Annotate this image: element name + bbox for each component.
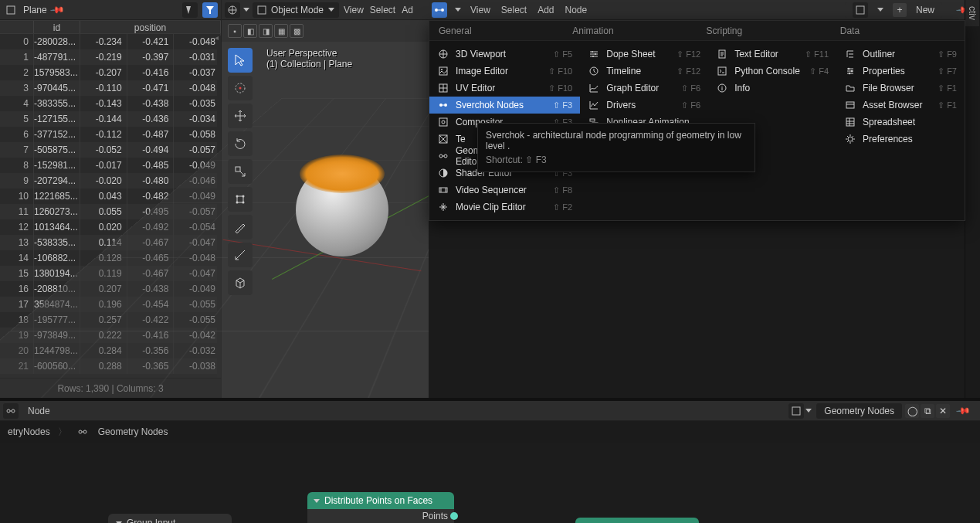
table-row[interactable]: 4-383355...-0.143-0.438-0.035 — [0, 96, 221, 111]
node-group-input[interactable]: Group Input — [108, 514, 232, 523]
menu-item-timeline[interactable]: Timeline⇧ F12 — [580, 63, 708, 80]
node-tree-name[interactable]: Geometry Nodes — [824, 406, 894, 416]
menu-select[interactable]: Select — [368, 3, 397, 17]
menu-item-info[interactable]: Info — [708, 80, 836, 97]
col-position[interactable]: position — [80, 21, 221, 33]
sequencer-icon — [437, 185, 449, 195]
chevron-down-icon — [328, 8, 334, 12]
menu-select[interactable]: Select — [500, 3, 528, 17]
selection-mode-tools[interactable]: ▪◧◨▦▩ — [228, 24, 305, 38]
table-row[interactable]: 1-487791...-0.219-0.397-0.031 — [0, 49, 221, 65]
mode-dropdown[interactable]: Object Mode — [253, 2, 339, 18]
move-tool[interactable] — [228, 104, 253, 128]
editor-type-button[interactable] — [432, 2, 447, 18]
svg-point-9 — [236, 202, 239, 204]
menu-item-dope-sheet[interactable]: Dope Sheet⇧ F12 — [580, 46, 708, 63]
menu-item-image-editor[interactable]: Image Editor⇧ F10 — [429, 63, 580, 80]
menu-add[interactable]: Add — [536, 3, 555, 17]
menu-item-movie-clip-editor[interactable]: Movie Clip Editor⇧ F2 — [429, 199, 580, 216]
chevron-down-icon[interactable] — [455, 8, 461, 12]
table-row[interactable]: 3-970445...-0.110-0.471-0.048 — [0, 80, 221, 96]
svg-rect-46 — [846, 118, 854, 126]
svg-point-33 — [592, 51, 593, 53]
menu-item-file-browser[interactable]: File Browser⇧ F1 — [836, 80, 965, 97]
node-partial[interactable] — [575, 518, 699, 523]
menu-node[interactable]: Node — [26, 404, 52, 418]
chevron-down-icon[interactable] — [243, 8, 249, 12]
graph-icon — [588, 83, 600, 93]
menu-item-shortcut: ⇧ F7 — [938, 66, 957, 76]
menu-view[interactable]: View — [342, 3, 365, 17]
measure-tool[interactable] — [228, 243, 253, 267]
output-socket[interactable] — [450, 512, 458, 520]
menu-item-text-editor[interactable]: Text Editor⇧ F11 — [708, 46, 836, 63]
outliner-icon — [844, 49, 856, 59]
shield-icon[interactable]: ◯ — [905, 404, 919, 418]
cursor-tool[interactable] — [228, 76, 253, 100]
svg-point-47 — [848, 137, 853, 141]
svg-point-42 — [848, 68, 849, 70]
table-row[interactable]: 7-505875...-0.052-0.494-0.057 — [0, 142, 221, 158]
table-row[interactable]: 21579583...-0.207-0.416-0.037 — [0, 65, 221, 80]
menu-add[interactable]: Ad — [400, 3, 415, 17]
tooltip-shortcut: Shortcut: ⇧ F3 — [486, 155, 747, 165]
menu-view[interactable]: View — [469, 3, 492, 17]
col-id[interactable]: id — [34, 21, 80, 33]
select-tool[interactable] — [228, 48, 253, 73]
menu-item-sverchok-nodes[interactable]: Sverchok Nodes⇧ F3 — [429, 97, 580, 114]
menu-item-3d-viewport[interactable]: 3D Viewport⇧ F5 — [429, 46, 580, 63]
pin-icon[interactable]: 📌 — [955, 402, 971, 418]
menu-item-shortcut: ⇧ F10 — [548, 83, 572, 93]
menu-item-spreadsheet[interactable]: Spreadsheet — [836, 114, 965, 131]
spreadsheet-icon — [844, 117, 856, 127]
rotate-tool[interactable] — [228, 131, 253, 156]
editor-type-icon[interactable] — [3, 403, 19, 419]
pin-icon[interactable]: 📌 — [49, 2, 65, 17]
menu-item-uv-editor[interactable]: UV Editor⇧ F10 — [429, 80, 580, 97]
table-row[interactable]: 6-377152...-0.112-0.487-0.058 — [0, 127, 221, 142]
filter-icon[interactable] — [202, 2, 218, 18]
breadcrumb-root[interactable]: etryNodes — [8, 426, 50, 437]
menu-item-python-console[interactable]: Python Console⇧ F4 — [708, 63, 836, 80]
close-icon[interactable]: ✕ — [936, 404, 950, 418]
menu-item-preferences[interactable]: Preferences — [836, 131, 965, 148]
menu-item-label: Outliner — [863, 49, 931, 59]
sidebar-tab[interactable]: ctiv — [965, 0, 979, 26]
object-mode-icon — [257, 5, 266, 15]
duplicate-icon[interactable]: ⧉ — [921, 404, 934, 418]
menu-item-drivers[interactable]: Drivers⇧ F6 — [580, 97, 708, 114]
scale-tool[interactable] — [228, 159, 253, 184]
text-icon — [716, 49, 728, 59]
texture-node-icon — [437, 134, 449, 144]
plus-icon[interactable]: + — [893, 3, 907, 17]
table-row[interactable]: 5-127155...-0.144-0.436-0.034 — [0, 111, 221, 127]
menu-item-graph-editor[interactable]: Graph Editor⇧ F6 — [580, 80, 708, 97]
breadcrumb-current[interactable]: Geometry Nodes — [98, 426, 168, 437]
svg-point-29 — [439, 155, 443, 158]
table-row[interactable]: 8-152981...-0.017-0.485-0.049 — [0, 158, 221, 173]
svg-point-35 — [592, 56, 594, 57]
svg-point-48 — [7, 409, 10, 413]
viewport-object[interactable] — [288, 147, 396, 255]
annotate-tool[interactable] — [228, 215, 253, 239]
table-row[interactable]: 0-280028...-0.234-0.421-0.048 — [0, 34, 221, 49]
tree-type-icon[interactable] — [853, 2, 868, 18]
menu-item-video-sequencer[interactable]: Video Sequencer⇧ F8 — [429, 182, 580, 199]
node-canvas[interactable]: Group Input Distribute Points on Faces P… — [0, 443, 980, 523]
svg-rect-37 — [590, 119, 595, 121]
editor-type-icon[interactable] — [225, 2, 240, 18]
add-cube-tool[interactable] — [228, 270, 253, 295]
menu-item-properties[interactable]: Properties⇧ F7 — [836, 63, 965, 80]
selection-toggle[interactable] — [182, 2, 198, 18]
tree-type-icon[interactable] — [788, 403, 804, 419]
row-header — [0, 21, 34, 33]
menu-node[interactable]: Node — [564, 3, 589, 17]
new-button[interactable]: New — [916, 5, 934, 15]
console-icon — [716, 66, 728, 76]
menu-item-label: File Browser — [863, 83, 931, 93]
menu-item-asset-browser[interactable]: Asset Browser⇧ F1 — [836, 97, 965, 114]
filebrowser-icon — [844, 83, 856, 93]
transform-tool[interactable] — [228, 187, 253, 212]
menu-item-outliner[interactable]: Outliner⇧ F9 — [836, 46, 965, 63]
node-distribute-points[interactable]: Distribute Points on Faces Points — [307, 492, 454, 523]
